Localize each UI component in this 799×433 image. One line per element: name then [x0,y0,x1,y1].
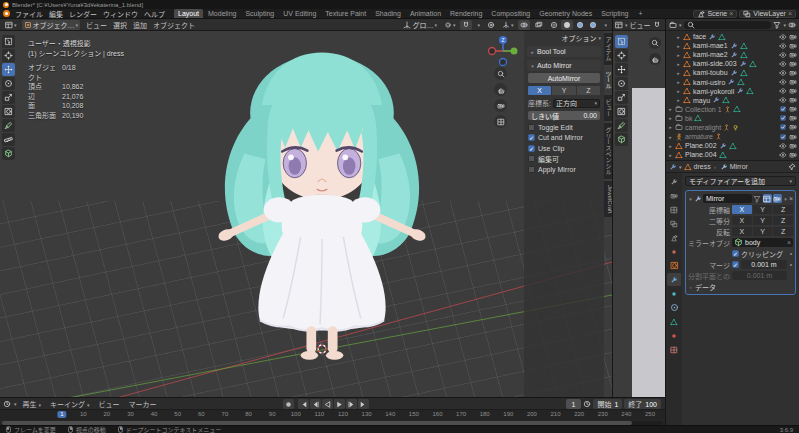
auto-key-button[interactable] [283,399,294,409]
automirror-axis-y[interactable]: Y [552,86,575,95]
checkbox-row[interactable]: Apply Mirror [528,164,600,175]
app-menu-item[interactable]: ファイル [12,9,46,19]
box-select-tool-button[interactable] [615,35,628,48]
cursor-tool-button[interactable] [2,49,15,62]
timeline-menu-item[interactable]: キーイング ▾ [47,399,92,409]
magnify-nav-icon[interactable] [494,67,507,80]
app-menu-item[interactable]: レンダー [66,9,100,19]
camera-icon[interactable] [789,151,797,159]
second-viewport-view-menu[interactable]: ビュー [630,20,651,30]
current-frame-field[interactable]: 1 [566,399,582,409]
app-menu-item[interactable]: 編集 [46,9,66,19]
viewport-menu-item[interactable]: 選択 [110,20,130,30]
outliner-row[interactable]: ▸ kami-yokoroll [666,87,799,96]
checkbox-row[interactable]: ✓Use Clip [528,143,600,154]
shading-rendered-icon[interactable] [587,20,599,30]
eye-icon[interactable] [779,51,787,59]
merge-value-field[interactable]: 0.001 m [741,260,787,269]
outliner-row[interactable]: ▸ armature [666,132,799,141]
outliner-row[interactable]: ▸ face [666,32,799,41]
outliner-row[interactable]: ▸ kami-side.003 [666,59,799,68]
frame-end-field[interactable]: 終了100 [624,399,661,409]
workspace-tab-shading[interactable]: Shading [371,9,405,18]
mirror-座標軸-x[interactable]: X [732,205,752,214]
viewport-menu-item[interactable]: ビュー [83,20,110,30]
workspace-tab-texture-paint[interactable]: Texture Paint [321,9,370,18]
move-tool-button[interactable] [2,63,15,76]
properties-tab-physics[interactable] [667,301,681,314]
rotate-tool-button[interactable] [2,77,15,90]
eye-icon[interactable] [779,96,787,104]
jump-start-button[interactable] [298,399,309,409]
mirror-反転-x[interactable]: X [732,227,752,236]
axis-direction-dropdown[interactable]: 正方向▾ [553,99,600,108]
annotate-tool-button[interactable] [615,119,628,132]
properties-tab-view-layer[interactable] [667,217,681,230]
modifier-extras-icon[interactable]: ▾ [783,196,788,202]
app-menu-item[interactable]: ウィンドウ [100,9,141,19]
timeline-menu-item[interactable]: 再生 ▾ [20,399,44,409]
pivot-point-dropdown[interactable]: ▾ [442,20,458,30]
checkbox-icon[interactable] [779,114,787,122]
add-cube-tool-button[interactable] [2,147,15,160]
checkbox-row[interactable]: Toggle Edit [528,122,600,133]
eye-icon[interactable] [779,78,787,86]
properties-tab-modifier[interactable] [667,273,681,286]
modifier-expand-icon[interactable]: ▾ [688,196,693,202]
prev-key-button[interactable] [310,399,321,409]
camera-icon[interactable] [789,96,797,104]
character-model[interactable] [172,37,472,367]
outliner-row[interactable]: ▸ kami-toubu [666,68,799,77]
gizmos-dropdown[interactable]: ▾ [500,20,516,30]
hand-nav-icon[interactable] [649,53,661,65]
measure-tool-button[interactable] [2,133,15,146]
checkbox-icon[interactable] [779,105,787,113]
mirror-object-field[interactable]: body × [732,238,793,247]
checkbox-icon[interactable] [779,123,787,131]
mirror-二等分-y[interactable]: Y [753,216,773,225]
tool-options-dropdown[interactable]: オプション▾ [527,33,601,43]
breadcrumb-object[interactable]: dress [694,163,711,170]
properties-tab-object[interactable] [667,259,681,272]
current-frame-marker[interactable]: 1 [57,411,66,418]
checkbox-row[interactable]: 編集可 [528,154,600,165]
camera-icon[interactable] [789,42,797,50]
editor-type-button[interactable]: ▾ [3,20,19,30]
outliner-row[interactable]: ▸ Plane.002 [666,141,799,150]
editor-type-icon[interactable] [615,21,623,29]
modifier-name-field[interactable]: Mirror [703,194,752,203]
mirror-座標軸-z[interactable]: Z [773,205,793,214]
outliner-filter-icon[interactable] [773,21,781,29]
checkbox-row[interactable]: ✓Cut and Mirror [528,133,600,144]
outliner-options-icon[interactable] [788,21,796,29]
automirror-button[interactable]: AutoMirror [528,73,600,83]
frame-start-field[interactable]: 開始1 [593,399,622,409]
camera-icon[interactable] [789,69,797,77]
scene-selector[interactable]: Scene × [693,10,737,18]
automirror-axis-x[interactable]: X [528,86,551,95]
camera-icon[interactable] [789,87,797,95]
camera-icon[interactable] [789,60,797,68]
mirror-反転-z[interactable]: Z [773,227,793,236]
camera-icon[interactable] [789,114,797,122]
shading-material-icon[interactable] [574,20,586,30]
hand-nav-icon[interactable] [494,83,507,96]
camera-icon[interactable] [789,105,797,113]
transform-tool-button[interactable] [2,105,15,118]
camera-icon[interactable] [789,133,797,141]
app-menu-item[interactable]: ヘルプ [141,9,168,19]
snap-icon[interactable] [653,21,661,29]
workspace-tab-compositing[interactable]: Compositing [487,9,534,18]
scale-tool-button[interactable] [615,91,628,104]
outliner-row[interactable]: ▸ kami-usiro [666,77,799,86]
checkbox-icon[interactable] [779,133,787,141]
viewlayer-remove-icon[interactable]: × [788,10,792,17]
clipping-checkbox[interactable]: ✓ [732,250,739,257]
camera-icon[interactable] [789,33,797,41]
shading-dropdown[interactable]: ▾ [602,20,609,30]
navigation-gizmo[interactable]: Z [486,34,520,68]
eye-icon[interactable] [779,69,787,77]
properties-tab-world[interactable] [667,245,681,258]
eye-icon[interactable] [779,142,787,150]
properties-tab-render[interactable] [667,189,681,202]
